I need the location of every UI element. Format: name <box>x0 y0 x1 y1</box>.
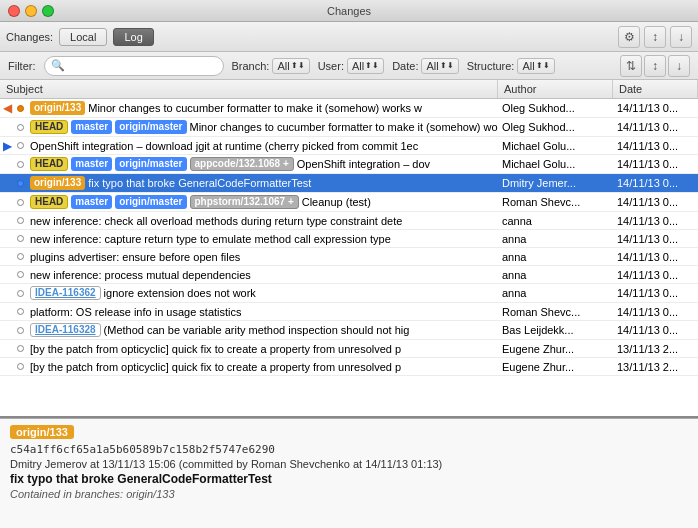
sort-icon: ↕ <box>652 30 658 44</box>
sort-controls: ⇅ ↕ ↓ <box>620 55 690 77</box>
row-dot-col <box>14 253 26 260</box>
branch-value: All <box>277 60 289 72</box>
sort-desc-button[interactable]: ↕ <box>644 55 666 77</box>
row-subject: [by the patch from opticyclic] quick fix… <box>26 341 498 357</box>
table-row[interactable]: HEADmasterorigin/masterphpstorm/132.1067… <box>0 193 698 212</box>
detail-branch-badge: origin/133 <box>10 425 74 439</box>
table-row[interactable]: ◀origin/133 Minor changes to cucumber fo… <box>0 99 698 118</box>
search-input[interactable] <box>68 60 217 72</box>
table-row[interactable]: new inference: check all overload method… <box>0 212 698 230</box>
title-bar: Changes <box>0 0 698 22</box>
row-date: 14/11/13 0... <box>613 249 698 265</box>
table-row[interactable]: new inference: capture return type to em… <box>0 230 698 248</box>
table-row[interactable]: [by the patch from opticyclic] quick fix… <box>0 340 698 358</box>
row-author: anna <box>498 249 613 265</box>
row-author: anna <box>498 231 613 247</box>
down-icon: ↓ <box>678 30 684 44</box>
filter-search-box[interactable]: 🔍 <box>44 56 224 76</box>
row-dot-col <box>14 105 26 112</box>
row-date: 14/11/13 0... <box>613 285 698 301</box>
structure-select[interactable]: All ⬆⬇ <box>517 58 554 74</box>
table-row[interactable]: plugins advertiser: ensure before open f… <box>0 248 698 266</box>
user-value: All <box>352 60 364 72</box>
row-dot-col <box>14 180 26 187</box>
commit-dot <box>17 180 24 187</box>
branch-label: Branch: <box>232 60 270 72</box>
detail-hash: c54a1ff6cf65a1a5b60589b7c158b2f5747e6290 <box>10 443 688 456</box>
structure-chevron-icon: ⬆⬇ <box>536 61 550 70</box>
row-date: 14/11/13 0... <box>613 213 698 229</box>
row-dot-col <box>14 124 26 131</box>
settings-button[interactable]: ⚙ <box>618 26 640 48</box>
table-row[interactable]: origin/133 fix typo that broke GeneralCo… <box>0 174 698 193</box>
arrow-right-icon: ▶ <box>3 139 12 153</box>
row-author: Michael Golu... <box>498 156 613 172</box>
row-date: 14/11/13 0... <box>613 231 698 247</box>
commit-badge: phpstorm/132.1067 + <box>190 195 299 209</box>
arrow-left-icon: ◀ <box>3 101 12 115</box>
collapse-button[interactable]: ↓ <box>668 55 690 77</box>
table-row[interactable]: HEADmasterorigin/master Minor changes to… <box>0 118 698 137</box>
minimize-button[interactable] <box>25 5 37 17</box>
row-dot-col <box>14 327 26 334</box>
maximize-button[interactable] <box>42 5 54 17</box>
window-title: Changes <box>327 5 371 17</box>
row-author: Oleg Sukhod... <box>498 119 613 135</box>
expand-button[interactable]: ↓ <box>670 26 692 48</box>
commit-dot <box>17 327 24 334</box>
commit-badge: HEAD <box>30 157 68 171</box>
commit-badge: origin/master <box>115 157 186 171</box>
date-chevron-icon: ⬆⬇ <box>440 61 454 70</box>
row-indicator: ▶ <box>0 139 14 153</box>
tab-log[interactable]: Log <box>113 28 153 46</box>
table-row[interactable]: ▶ OpenShift integration – download jgit … <box>0 137 698 155</box>
date-select[interactable]: All ⬆⬇ <box>421 58 458 74</box>
commit-badge: HEAD <box>30 120 68 134</box>
sort-asc-button[interactable]: ⇅ <box>620 55 642 77</box>
commit-dot <box>17 363 24 370</box>
layout-button[interactable]: ↕ <box>644 26 666 48</box>
row-subject: HEADmasterorigin/master Minor changes to… <box>26 118 498 136</box>
close-button[interactable] <box>8 5 20 17</box>
row-author: canna <box>498 213 613 229</box>
col-author: Author <box>498 80 613 98</box>
tab-local[interactable]: Local <box>59 28 107 46</box>
row-author: anna <box>498 267 613 283</box>
row-date: 14/11/13 0... <box>613 100 698 116</box>
table-row[interactable]: new inference: process mutual dependenci… <box>0 266 698 284</box>
commit-dot <box>17 124 24 131</box>
row-subject: origin/133 fix typo that broke GeneralCo… <box>26 174 498 192</box>
row-date: 14/11/13 0... <box>613 267 698 283</box>
table-row[interactable]: HEADmasterorigin/masterappcode/132.1068 … <box>0 155 698 174</box>
changes-label: Changes: <box>6 31 53 43</box>
row-author: Roman Shevc... <box>498 304 613 320</box>
row-subject: [by the patch from opticyclic] quick fix… <box>26 359 498 375</box>
table-row[interactable]: IDEA-116362 ignore extension does not wo… <box>0 284 698 303</box>
row-subject: HEADmasterorigin/masterphpstorm/132.1067… <box>26 193 498 211</box>
structure-filter: Structure: All ⬆⬇ <box>467 58 555 74</box>
commit-badge: origin/133 <box>30 176 85 190</box>
row-subject: platform: OS release info in usage stati… <box>26 304 498 320</box>
row-subject: new inference: capture return type to em… <box>26 231 498 247</box>
table-row[interactable]: platform: OS release info in usage stati… <box>0 303 698 321</box>
user-select[interactable]: All ⬆⬇ <box>347 58 384 74</box>
row-date: 14/11/13 0... <box>613 138 698 154</box>
row-dot-col <box>14 345 26 352</box>
log-table[interactable]: Subject Author Date ◀origin/133 Minor ch… <box>0 80 698 418</box>
table-body: ◀origin/133 Minor changes to cucumber fo… <box>0 99 698 376</box>
row-date: 14/11/13 0... <box>613 322 698 338</box>
date-label: Date: <box>392 60 418 72</box>
table-row[interactable]: [by the patch from opticyclic] quick fix… <box>0 358 698 376</box>
row-author: Michael Golu... <box>498 138 613 154</box>
commit-badge: master <box>71 157 112 171</box>
table-row[interactable]: IDEA-116328 (Method can be variable arit… <box>0 321 698 340</box>
commit-dot <box>17 253 24 260</box>
toolbar: Changes: Local Log ⚙ ↕ ↓ <box>0 22 698 52</box>
user-chevron-icon: ⬆⬇ <box>365 61 379 70</box>
search-icon: 🔍 <box>51 59 65 72</box>
branch-filter: Branch: All ⬆⬇ <box>232 58 310 74</box>
row-date: 14/11/13 0... <box>613 194 698 210</box>
row-author: anna <box>498 285 613 301</box>
branch-select[interactable]: All ⬆⬇ <box>272 58 309 74</box>
detail-message: fix typo that broke GeneralCodeFormatter… <box>10 472 688 486</box>
